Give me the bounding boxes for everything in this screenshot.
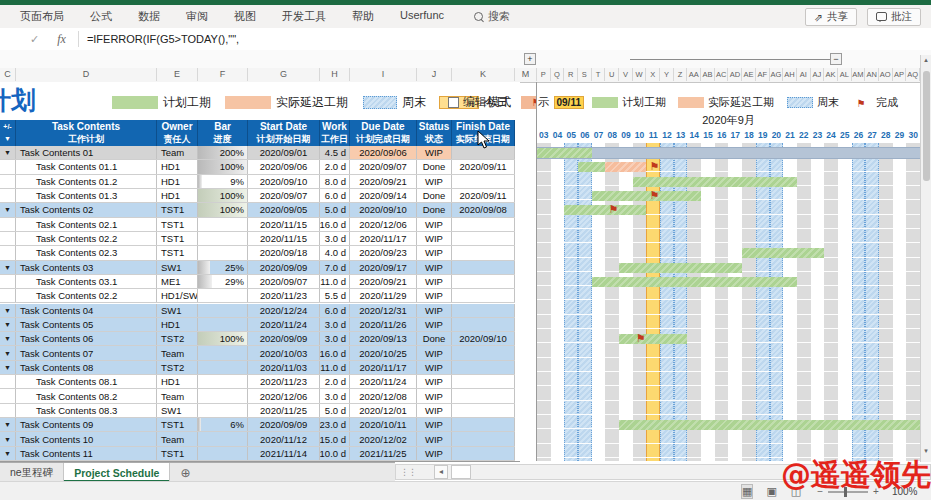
progress-bar-cell[interactable]: 100% bbox=[198, 203, 248, 216]
task-row[interactable]: Task Contents 08.3SW12020/11/255.0 d2020… bbox=[0, 404, 515, 418]
start-date-cell[interactable]: 2021/11/14 bbox=[248, 447, 320, 460]
status-cell[interactable]: WIP bbox=[417, 304, 452, 317]
sheet-tab-project-schedule[interactable]: Project Schedule bbox=[64, 463, 170, 482]
progress-bar-cell[interactable] bbox=[198, 289, 248, 302]
work-days-cell[interactable]: 10.0 d bbox=[320, 447, 350, 460]
search-box[interactable]: 搜索 bbox=[474, 9, 510, 24]
collapse-group-button[interactable]: − bbox=[830, 53, 842, 65]
vertical-scroll-thumb[interactable] bbox=[923, 71, 930, 181]
start-date-cell[interactable]: 2020/09/09 bbox=[248, 261, 320, 274]
task-name-cell[interactable]: Task Contents 08.2 bbox=[16, 389, 157, 402]
start-date-cell[interactable]: 2020/11/12 bbox=[248, 432, 320, 445]
table-header-cell[interactable]: Due Date计划完成日期 bbox=[350, 120, 417, 146]
task-name-cell[interactable]: Task Contents 01.2 bbox=[16, 175, 157, 188]
ribbon-tab[interactable]: 审阅 bbox=[186, 9, 208, 24]
owner-cell[interactable]: SW1 bbox=[157, 304, 198, 317]
owner-cell[interactable]: Team bbox=[157, 389, 198, 402]
table-header-cell[interactable]: Status状态 bbox=[417, 120, 452, 146]
start-date-cell[interactable]: 2020/11/15 bbox=[248, 218, 320, 231]
column-letter[interactable]: W bbox=[633, 68, 647, 81]
start-date-cell[interactable]: 2020/09/10 bbox=[248, 175, 320, 188]
task-name-cell[interactable]: Task Contents 10 bbox=[16, 432, 157, 445]
task-row[interactable]: ▼Task Contents 03SW125%2020/09/097.0 d20… bbox=[0, 261, 515, 275]
table-header-cell[interactable]: +/-▼ bbox=[0, 120, 16, 146]
column-letter[interactable]: R bbox=[564, 68, 578, 81]
task-name-cell[interactable]: Task Contents 04 bbox=[16, 304, 157, 317]
status-cell[interactable]: WIP bbox=[417, 232, 452, 245]
column-letter[interactable]: AH bbox=[783, 68, 797, 81]
enter-check-icon[interactable]: ✓ bbox=[30, 33, 39, 46]
column-letter[interactable]: AD bbox=[729, 68, 743, 81]
owner-cell[interactable]: TST1 bbox=[157, 246, 198, 259]
column-letter[interactable]: E bbox=[157, 68, 198, 81]
row-expander[interactable]: ▼ bbox=[0, 432, 16, 445]
start-date-cell[interactable]: 2020/09/07 bbox=[248, 189, 320, 202]
column-letter[interactable]: V bbox=[619, 68, 633, 81]
task-name-cell[interactable]: Task Contents 11 bbox=[16, 447, 157, 460]
start-date-cell[interactable]: 2020/12/06 bbox=[248, 389, 320, 402]
status-cell[interactable]: WIP bbox=[417, 432, 452, 445]
task-row[interactable]: Task Contents 02.2TST12020/11/153.0 d202… bbox=[0, 232, 515, 246]
column-letter[interactable]: AA bbox=[687, 68, 701, 81]
column-letter[interactable]: X bbox=[646, 68, 660, 81]
owner-cell[interactable]: SW1 bbox=[157, 404, 198, 417]
task-row[interactable]: ▼Task Contents 01Team200%2020/09/014.5 d… bbox=[0, 146, 515, 160]
column-letter[interactable]: G bbox=[248, 68, 320, 81]
ribbon-tab[interactable]: 公式 bbox=[90, 9, 112, 24]
column-letter[interactable]: AQ bbox=[906, 68, 920, 81]
finish-date-cell[interactable] bbox=[452, 175, 515, 188]
status-cell[interactable]: Done bbox=[417, 189, 452, 202]
status-cell[interactable]: Done bbox=[417, 160, 452, 173]
task-row[interactable]: Task Contents 08.1HD12020/11/232.0 d2020… bbox=[0, 375, 515, 389]
column-letter[interactable]: P bbox=[537, 68, 551, 81]
start-date-cell[interactable]: 2020/11/24 bbox=[248, 318, 320, 331]
column-letter[interactable]: AE bbox=[742, 68, 756, 81]
task-row[interactable]: Task Contents 08.2Team2020/12/063.0 d202… bbox=[0, 389, 515, 403]
start-date-cell[interactable]: 2020/10/03 bbox=[248, 346, 320, 359]
work-days-cell[interactable]: 5.5 d bbox=[320, 289, 350, 302]
due-date-cell[interactable]: 2021/11/25 bbox=[350, 447, 417, 460]
due-date-cell[interactable]: 2020/12/31 bbox=[350, 304, 417, 317]
finish-date-cell[interactable] bbox=[452, 418, 515, 431]
column-letter[interactable]: AL bbox=[838, 68, 852, 81]
column-letter[interactable]: J bbox=[417, 68, 452, 81]
finish-date-cell[interactable] bbox=[452, 232, 515, 245]
finish-date-cell[interactable] bbox=[452, 375, 515, 388]
column-letter[interactable]: AJ bbox=[811, 68, 825, 81]
work-days-cell[interactable]: 3.0 d bbox=[320, 232, 350, 245]
task-row[interactable]: Task Contents 02.2HD1/SW12020/11/235.5 d… bbox=[0, 289, 515, 303]
status-cell[interactable]: WIP bbox=[417, 447, 452, 460]
finish-date-cell[interactable]: 2020/09/11 bbox=[452, 160, 515, 173]
owner-cell[interactable]: HD1 bbox=[157, 375, 198, 388]
due-date-cell[interactable]: 2020/09/21 bbox=[350, 175, 417, 188]
task-name-cell[interactable]: Task Contents 07 bbox=[16, 346, 157, 359]
table-header-cell[interactable]: Task Contents工作计划 bbox=[16, 120, 157, 146]
row-expander[interactable]: ▼ bbox=[0, 418, 16, 431]
ribbon-tab[interactable]: 帮助 bbox=[352, 9, 374, 24]
owner-cell[interactable]: TST2 bbox=[157, 332, 198, 345]
work-days-cell[interactable]: 15.0 d bbox=[320, 432, 350, 445]
task-name-cell[interactable]: Task Contents 02.2 bbox=[16, 232, 157, 245]
start-date-cell[interactable]: 2020/11/25 bbox=[248, 404, 320, 417]
status-cell[interactable]: WIP bbox=[417, 218, 452, 231]
progress-bar-cell[interactable] bbox=[198, 404, 248, 417]
start-date-cell[interactable]: 2020/09/09 bbox=[248, 332, 320, 345]
column-letter[interactable]: AG bbox=[770, 68, 784, 81]
column-letter[interactable]: AF bbox=[756, 68, 770, 81]
column-letter[interactable]: F bbox=[198, 68, 248, 81]
owner-cell[interactable]: HD1 bbox=[157, 160, 198, 173]
progress-bar-cell[interactable] bbox=[198, 246, 248, 259]
task-name-cell[interactable]: Task Contents 02.2 bbox=[16, 289, 157, 302]
start-date-cell[interactable]: 2020/09/09 bbox=[248, 418, 320, 431]
status-cell[interactable]: WIP bbox=[417, 289, 452, 302]
owner-cell[interactable]: HD1/SW1 bbox=[157, 289, 198, 302]
owner-cell[interactable]: Team bbox=[157, 346, 198, 359]
task-row[interactable]: ▼Task Contents 04SW12020/12/246.0 d2020/… bbox=[0, 304, 515, 318]
task-row[interactable]: Task Contents 01.2HD19%2020/09/108.0 d20… bbox=[0, 175, 515, 189]
column-letter[interactable]: Y bbox=[660, 68, 674, 81]
work-days-cell[interactable]: 3.0 d bbox=[320, 389, 350, 402]
column-letter[interactable]: T bbox=[592, 68, 606, 81]
progress-bar-cell[interactable] bbox=[198, 218, 248, 231]
work-days-cell[interactable]: 11.0 d bbox=[320, 275, 350, 288]
due-date-cell[interactable]: 2020/11/17 bbox=[350, 232, 417, 245]
